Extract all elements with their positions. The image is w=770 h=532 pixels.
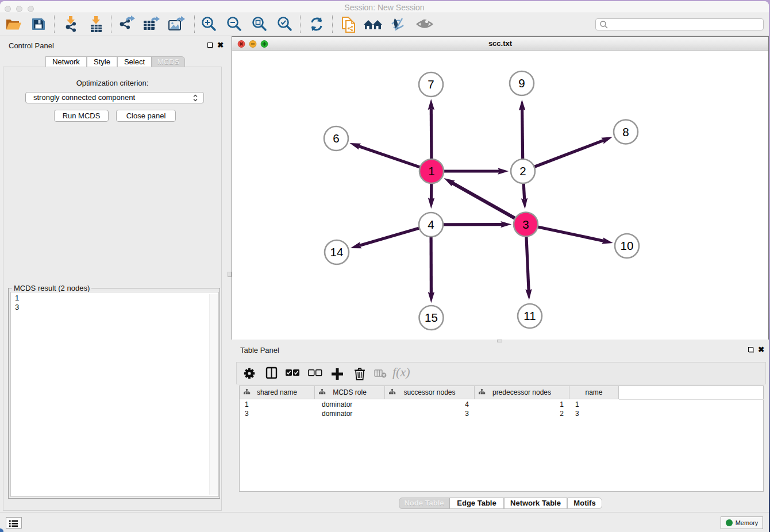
svg-text:6: 6 — [333, 132, 339, 145]
svg-text:1: 1 — [428, 164, 434, 178]
svg-text:7: 7 — [428, 78, 434, 91]
svg-text:4: 4 — [428, 218, 434, 231]
svg-text:11: 11 — [523, 309, 536, 322]
svg-text:2: 2 — [519, 164, 526, 178]
svg-text:15: 15 — [425, 311, 438, 324]
svg-text:10: 10 — [621, 239, 634, 252]
svg-text:14: 14 — [330, 245, 344, 259]
svg-text:3: 3 — [522, 218, 529, 231]
svg-text:9: 9 — [518, 76, 525, 90]
svg-text:8: 8 — [622, 125, 629, 138]
